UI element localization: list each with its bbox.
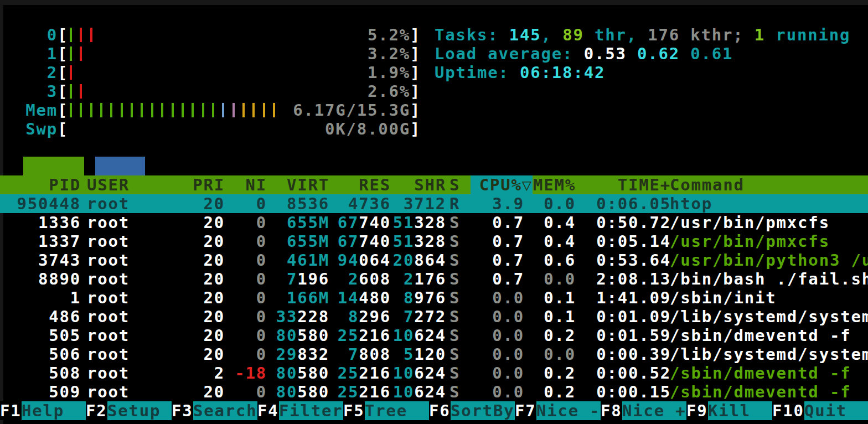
fkey-sortby[interactable]: F6SortBy (429, 401, 515, 420)
uptime-segment: Uptime: (435, 63, 520, 82)
column-header-res[interactable]: RES (331, 175, 391, 194)
cell-text: /sbin/init (670, 288, 777, 307)
cell-text: 0.0 (492, 326, 524, 345)
column-header-pid[interactable]: PID (4, 175, 81, 194)
cell-text: /sbin/dmeventd -f (670, 326, 851, 345)
cell-text: 624 (414, 364, 446, 382)
cell-s: S (450, 251, 464, 270)
cell-cmd: /sbin/dmeventd -f (670, 326, 868, 345)
cell-mem: 0.0 (527, 270, 576, 288)
fkey-filter[interactable]: F4Filter (257, 401, 343, 420)
fkey-label: Kill (708, 401, 772, 420)
cell-text: 486 (49, 307, 81, 326)
cell-mem: 0.2 (527, 326, 576, 345)
cell-res: 8296 (331, 307, 391, 326)
cell-text: 166M (287, 288, 329, 307)
cell-pid: 8890 (4, 270, 81, 288)
cell-text: 3.9 (492, 194, 524, 213)
tab-io[interactable]: I/O (95, 157, 145, 175)
cell-pri: 20 (183, 345, 225, 364)
process-row[interactable]: 1336root200655M6774051328S0.70.40:50.72/… (0, 213, 868, 232)
column-header-cmd[interactable]: Command (670, 175, 868, 194)
cell-text: 580 (297, 382, 329, 401)
column-header-pri[interactable]: PRI (183, 175, 225, 194)
fkey-kill[interactable]: F9Kill (686, 401, 772, 420)
fkey-number: F5 (343, 401, 365, 420)
red-bar (70, 65, 72, 80)
column-header-user[interactable]: USER (87, 175, 170, 194)
cell-pid: 508 (4, 364, 81, 382)
green-bar (161, 103, 163, 117)
cell-res: 14480 (331, 288, 391, 307)
fkey-nice[interactable]: F8Nice + (601, 401, 686, 420)
process-row[interactable]: 486root2003322882967272S0.00.10:01.09/li… (0, 307, 868, 326)
process-row[interactable]: 508root2-18805802521610624S0.00.20:00.52… (0, 364, 868, 382)
meter-open-bracket: [ (58, 101, 70, 120)
column-header-time[interactable]: TIME+ (594, 175, 671, 194)
cell-text: 624 (414, 326, 446, 345)
blue-bar (222, 103, 224, 117)
green-bar (110, 103, 112, 117)
cell-cpu: 0.0 (475, 382, 524, 401)
tab-main[interactable]: Main (23, 157, 84, 175)
load-average: Load average: 0.53 0.62 0.61 (435, 44, 868, 63)
fkey-help[interactable]: F1Help (0, 401, 86, 420)
fkey-number: F8 (601, 401, 622, 420)
green-bar (192, 103, 194, 117)
process-row[interactable]: 506root2002983278085120S0.00.00:00.39/li… (0, 345, 868, 364)
cell-virt: 80580 (270, 382, 329, 401)
column-header-s[interactable]: S (450, 175, 464, 194)
meter-value: 2.6% (232, 82, 410, 101)
cell-res: 25216 (331, 364, 391, 382)
cell-res: 67740 (331, 232, 391, 251)
fkey-tree[interactable]: F5Tree (343, 401, 429, 420)
cell-pri: 20 (183, 326, 225, 345)
green-bar (70, 84, 72, 99)
cell-cpu: 3.9 (475, 194, 524, 213)
cell-pid: 509 (4, 382, 81, 401)
process-row[interactable]: 509root200805802521610624S0.00.20:00.15/… (0, 382, 868, 401)
column-header-mem[interactable]: MEM% (527, 175, 576, 194)
fkey-nice[interactable]: F7Nice - (515, 401, 601, 420)
meter-close-bracket: ] (410, 44, 422, 63)
cell-text: 976 (414, 288, 446, 307)
cell-s: S (450, 364, 464, 382)
cell-virt: 33228 (270, 307, 329, 326)
cell-virt: 80580 (270, 326, 329, 345)
cell-virt: 7196 (270, 270, 329, 288)
process-row[interactable]: 505root200805802521610624S0.00.20:01.59/… (0, 326, 868, 345)
cell-text: 0:01.09 (596, 307, 671, 326)
process-row[interactable]: 8890root200719626082176S0.70.02:08.13/bi… (0, 270, 868, 288)
process-row-selected[interactable]: 950448root200853647363712R3.90.00:06.05h… (0, 194, 868, 213)
fkey-setup[interactable]: F2Setup (86, 401, 172, 420)
cell-text: S (450, 288, 460, 307)
column-header-virt[interactable]: VIRT (270, 175, 329, 194)
uptime-segment: 06:18:42 (520, 63, 605, 82)
green-bar (202, 103, 204, 117)
cell-user: root (87, 213, 170, 232)
cell-virt: 166M (270, 288, 329, 307)
fkey-number: F7 (515, 401, 536, 420)
column-header-shr[interactable]: SHR (386, 175, 446, 194)
cell-user: root (87, 251, 170, 270)
cell-shr: 2176 (386, 270, 446, 288)
cell-text: 505 (49, 326, 81, 345)
fkey-search[interactable]: F3Search (172, 401, 257, 420)
meter-swp: Swp[0K/8.00G] (0, 120, 868, 138)
process-row[interactable]: 1337root200655M6774051328S0.70.40:05.14/… (0, 232, 868, 251)
cell-mem: 0.0 (527, 345, 576, 364)
cell-user: root (87, 288, 170, 307)
cell-cpu: 0.0 (475, 364, 524, 382)
green-bar (131, 103, 133, 117)
cell-res: 25216 (331, 326, 391, 345)
fkey-quit[interactable]: F10Quit (772, 401, 868, 420)
process-row[interactable]: 1root200166M144808976S0.00.11:41.09/sbin… (0, 288, 868, 307)
cell-cpu: 0.7 (475, 270, 524, 288)
cell-s: S (450, 288, 464, 307)
cell-shr: 7272 (386, 307, 446, 326)
cell-ni: -18 (220, 364, 267, 382)
process-row[interactable]: 3743root200461M9406420864S0.70.60:53.64/… (0, 251, 868, 270)
column-header-cpu-sorted[interactable]: CPU%▽ (471, 175, 533, 194)
cell-text: 67 (338, 213, 359, 232)
column-header-ni[interactable]: NI (220, 175, 267, 194)
